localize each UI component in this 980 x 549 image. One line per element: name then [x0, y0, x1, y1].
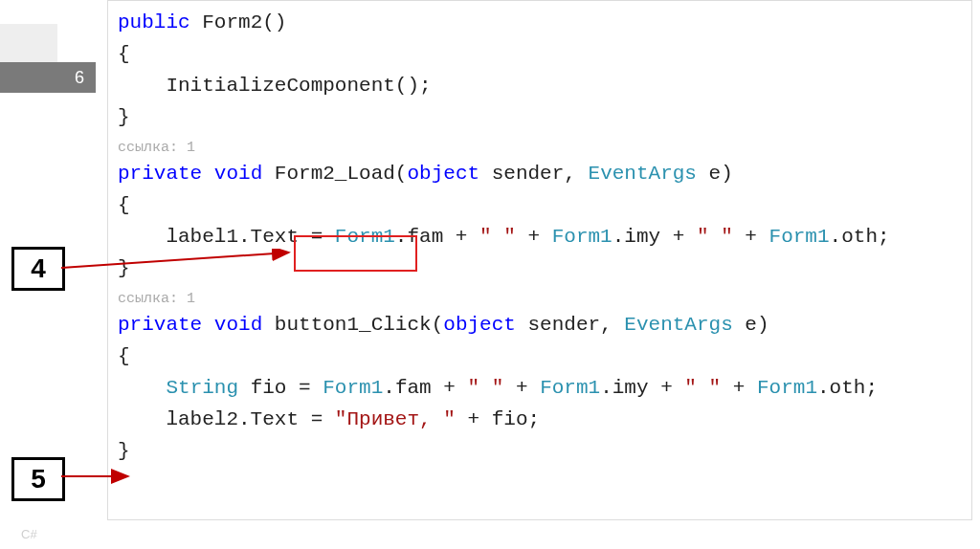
- code-token: void: [214, 163, 262, 185]
- code-token: }: [118, 106, 130, 128]
- code-token: private: [118, 163, 202, 185]
- code-token: Form1: [323, 377, 383, 399]
- code-token: +: [721, 377, 757, 399]
- code-token: private: [118, 314, 202, 336]
- code-token: +: [516, 226, 552, 248]
- code-token: EventArgs: [589, 163, 697, 185]
- code-token: " ": [479, 226, 516, 248]
- callout-4: 4: [11, 247, 65, 291]
- code-token: object: [443, 314, 516, 336]
- code-token: Form1: [757, 377, 817, 399]
- code-token: Form1: [540, 377, 600, 399]
- code-token: fio =: [238, 377, 323, 399]
- code-token: }: [118, 440, 130, 462]
- code-token: e): [733, 314, 769, 336]
- code-token: + fio;: [456, 408, 540, 430]
- callout-label: 4: [31, 253, 46, 284]
- footer-label: C#: [21, 527, 37, 541]
- codelens-reference: ссылка: 1: [118, 139, 962, 158]
- code-token: label1.Text =: [118, 226, 335, 248]
- code-token: }: [118, 257, 130, 279]
- code-token: +: [733, 226, 769, 248]
- code-token: EventArgs: [624, 314, 732, 336]
- code-token: e): [697, 163, 733, 185]
- code-token: object: [407, 163, 479, 185]
- code-token: "Привет, ": [335, 408, 456, 430]
- code-token: Form1: [335, 226, 395, 248]
- code-block: public Form2() { InitializeComponent(); …: [107, 0, 972, 520]
- code-token: .fam +: [383, 377, 467, 399]
- code-token: " ": [684, 377, 721, 399]
- codelens-reference: ссылка: 1: [118, 290, 962, 309]
- code-token: sender,: [479, 163, 588, 185]
- code-token: {: [118, 43, 130, 65]
- code-token: .oth;: [830, 226, 890, 248]
- code-token: public: [118, 11, 190, 33]
- code-token: " ": [468, 377, 504, 399]
- code-token: .fam +: [395, 226, 479, 248]
- code-token: void: [214, 314, 262, 336]
- code-token: .imy +: [612, 226, 697, 248]
- code-token: .oth;: [817, 377, 878, 399]
- code-token: {: [118, 345, 130, 367]
- page-number-badge: 6: [0, 62, 96, 93]
- code-token: {: [118, 194, 130, 216]
- callout-label: 5: [31, 464, 46, 494]
- code-token: " ": [697, 226, 733, 248]
- code-token: .imy +: [600, 377, 684, 399]
- code-token: button1_Click(: [262, 314, 443, 336]
- code-token: Form1: [552, 226, 612, 248]
- code-token: Form2_Load(: [262, 163, 407, 185]
- code-token: [118, 377, 166, 399]
- code-token: Form2(): [190, 11, 287, 33]
- callout-5: 5: [11, 457, 65, 501]
- code-token: +: [503, 377, 540, 399]
- page-number: 6: [75, 68, 84, 88]
- code-token: label2.Text =: [118, 408, 335, 430]
- code-token: String: [166, 377, 238, 399]
- code-token: sender,: [516, 314, 624, 336]
- code-token: InitializeComponent();: [118, 75, 432, 97]
- code-token: Form1: [769, 226, 830, 248]
